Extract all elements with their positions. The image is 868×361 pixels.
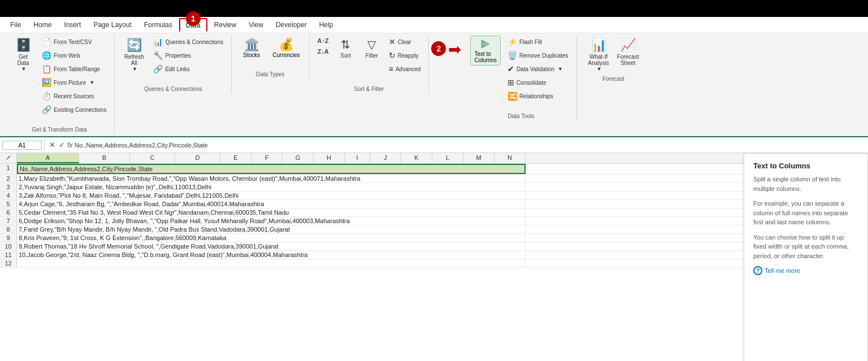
- menu-file[interactable]: File: [5, 19, 27, 31]
- data-tools-small-btns: ⚡ Flash Fill 🗑️ Remove Duplicates ✔ Data…: [504, 36, 572, 111]
- row-number: 9: [0, 234, 17, 242]
- consolidate-button[interactable]: ⊞ Consolidate: [504, 76, 572, 89]
- cell-a11[interactable]: 10,Jacob George,"2/d, Naaz Cinema Bldg, …: [17, 251, 526, 259]
- cell-a3[interactable]: 2,Yuvaraj Singh,"Jaipur Estate, Nizammud…: [17, 183, 526, 191]
- table-row: 43,Zak Alfonso,"Plot No 8, Main Road, ",…: [0, 192, 744, 200]
- tell-me-more-link[interactable]: ? Tell me more: [753, 266, 858, 275]
- menu-view[interactable]: View: [243, 19, 269, 31]
- cell-a7[interactable]: 6,Dodge Erikson,"Shop No 12, 1, Jolly Bh…: [17, 217, 526, 225]
- table-row: 54,Arjun Cage,"6, Jestharam Bg, ","Ambed…: [0, 200, 744, 208]
- col-header-d[interactable]: D: [175, 153, 220, 163]
- flash-fill-button[interactable]: ⚡ Flash Fill: [504, 36, 572, 48]
- menu-developer[interactable]: Developer: [270, 19, 313, 31]
- stocks-button[interactable]: 🏛️ Stocks: [236, 36, 267, 60]
- advanced-button[interactable]: ≡ Advanced: [385, 63, 424, 75]
- text-to-columns-button[interactable]: ⫸ Text toColumns: [470, 36, 500, 66]
- col-header-j[interactable]: J: [370, 153, 401, 163]
- filter-label: Filter: [366, 53, 378, 59]
- advanced-icon: ≡: [389, 64, 393, 73]
- remove-duplicates-button[interactable]: 🗑️ Remove Duplicates: [504, 49, 572, 62]
- tooltip-body3: You can choose how to split it up: fixed…: [753, 233, 858, 261]
- clear-button[interactable]: ✕ Clear: [385, 36, 424, 48]
- menu-home[interactable]: Home: [28, 19, 57, 31]
- col-header-i[interactable]: I: [345, 153, 370, 163]
- col-header-g[interactable]: G: [283, 153, 314, 163]
- col-header-h[interactable]: H: [314, 153, 345, 163]
- consolidate-label: Consolidate: [517, 80, 546, 86]
- cell-reference-input[interactable]: [2, 141, 42, 150]
- data-val-icon: ✔: [507, 64, 514, 73]
- cell-a1[interactable]: No.,Name,Address,Address2,City,Pincode,S…: [17, 164, 526, 174]
- col-header-k[interactable]: K: [401, 153, 432, 163]
- sort-az-button[interactable]: A↑Z: [314, 36, 332, 46]
- reapply-button[interactable]: ↻ Reapply: [385, 49, 424, 62]
- col-header-f[interactable]: F: [251, 153, 283, 163]
- properties-button[interactable]: 🔧 Properties: [150, 49, 227, 62]
- col-header-n[interactable]: N: [494, 153, 526, 163]
- menu-data[interactable]: 1 Data: [179, 18, 207, 32]
- sort-za-button[interactable]: Z↓A: [314, 46, 332, 56]
- cell-a8[interactable]: 7,Farid Grey,"B/h Nyay Mandir, B/h Nyay …: [17, 225, 526, 233]
- recent-sources-button[interactable]: ⏱️ Recent Sources: [38, 90, 110, 102]
- queries-connections-button[interactable]: 📊 Queries & Connections: [150, 36, 227, 48]
- queries-small-btns: 📊 Queries & Connections 🔧 Properties 🔗 E…: [150, 36, 227, 84]
- relationships-button[interactable]: 🔀 Relationships: [504, 90, 572, 102]
- relationships-label: Relationships: [519, 93, 553, 99]
- group-data-tools: ⫸ Text toColumns ⚡ Flash Fill 🗑️ Remove …: [466, 36, 576, 120]
- get-data-button[interactable]: 🗄️ GetData ▼: [9, 36, 37, 74]
- col-header-a[interactable]: A: [17, 153, 79, 163]
- col-header-c[interactable]: C: [130, 153, 175, 163]
- confirm-formula-icon[interactable]: ✓: [59, 141, 65, 149]
- refresh-all-button[interactable]: 🔄 RefreshAll ▼: [119, 36, 149, 74]
- from-web-label: From Web: [54, 53, 80, 59]
- group-get-transform: 🗄️ GetData ▼ 📄 From Text/CSV 🌐 From Web …: [5, 36, 115, 134]
- menu-formulas[interactable]: Formulas: [138, 19, 178, 31]
- edit-links-icon: 🔗: [153, 64, 163, 73]
- menu-page-layout[interactable]: Page Layout: [88, 19, 137, 31]
- from-picture-button[interactable]: 🖼️ From Picture ▼: [38, 76, 110, 89]
- table-row: 109,Robert Thomas,"18 Hv Shroff Memorial…: [0, 242, 744, 251]
- cancel-formula-icon[interactable]: ✕: [49, 141, 55, 149]
- currencies-button[interactable]: 💰 Currencies: [268, 36, 304, 60]
- spreadsheet-area: A B C D E F G H I J K L M N 1No.,Name,Ad…: [0, 153, 868, 361]
- cell-a6[interactable]: 5,Cedar Clement,"35 Flat No 3, West Road…: [17, 208, 526, 216]
- queries-connections-label: Queries & Connections: [165, 39, 223, 45]
- help-circle-icon: ?: [753, 266, 762, 275]
- get-transform-small-btns: 📄 From Text/CSV 🌐 From Web 📋 From Table/…: [38, 36, 110, 125]
- existing-connections-button[interactable]: 🔗 Existing Connections: [38, 103, 110, 116]
- cell-a10[interactable]: 9,Robert Thomas,"18 Hv Shroff Memorial S…: [17, 242, 526, 250]
- menu-insert[interactable]: Insert: [58, 19, 86, 31]
- data-validation-button[interactable]: ✔ Data Validation ▼: [504, 63, 572, 75]
- data-tools-buttons: ⫸ Text toColumns ⚡ Flash Fill 🗑️ Remove …: [470, 36, 571, 120]
- group-forecast: 📊 What-IfAnalysis ▼ 📈 ForecastSheet Fore…: [577, 36, 650, 83]
- queries-buttons: 🔄 RefreshAll ▼ 📊 Queries & Connections 🔧…: [119, 36, 227, 93]
- menu-review[interactable]: Review: [209, 19, 242, 31]
- col-header-m[interactable]: M: [463, 153, 494, 163]
- from-web-button[interactable]: 🌐 From Web: [38, 49, 110, 62]
- col-header-e[interactable]: E: [220, 153, 251, 163]
- sort-button[interactable]: ⇅ Sort: [333, 36, 358, 61]
- from-table-button[interactable]: 📋 From Table/Range: [38, 63, 110, 75]
- row-number: 3: [0, 183, 17, 191]
- cell-a2[interactable]: 1,Mary Elizabeth,"Kumbharwada, Sion Trom…: [17, 175, 526, 182]
- menu-help[interactable]: Help: [314, 19, 339, 31]
- from-text-csv-button[interactable]: 📄 From Text/CSV: [38, 36, 110, 48]
- col-header-b[interactable]: B: [79, 153, 130, 163]
- edit-links-button[interactable]: 🔗 Edit Links: [150, 63, 227, 75]
- col-header-l[interactable]: L: [432, 153, 463, 163]
- formula-content: No.,Name,Address,Address2,City,Pincode,S…: [75, 142, 866, 149]
- cell-a12[interactable]: [17, 259, 526, 267]
- cell-a5[interactable]: 4,Arjun Cage,"6, Jestharam Bg, ","Ambedk…: [17, 200, 526, 208]
- cell-a4[interactable]: 3,Zak Alfonso,"Plot No 8, Main Road, ","…: [17, 192, 526, 199]
- stocks-label: Stocks: [243, 52, 260, 58]
- tooltip-title: Text to Columns: [753, 162, 858, 170]
- row-number: 12: [0, 259, 17, 267]
- what-if-icon: 📊: [591, 38, 606, 53]
- cell-a9[interactable]: 8,Kris Praveen,"9, 1st Cross, K G Extens…: [17, 234, 526, 242]
- row-number: 1: [0, 164, 17, 174]
- what-if-button[interactable]: 📊 What-IfAnalysis ▼: [585, 36, 613, 74]
- from-web-icon: 🌐: [42, 51, 51, 60]
- filter-button[interactable]: ▽ Filter: [359, 36, 384, 61]
- forecast-sheet-button[interactable]: 📈 ForecastSheet: [614, 36, 643, 68]
- fx-label: fx: [67, 141, 72, 149]
